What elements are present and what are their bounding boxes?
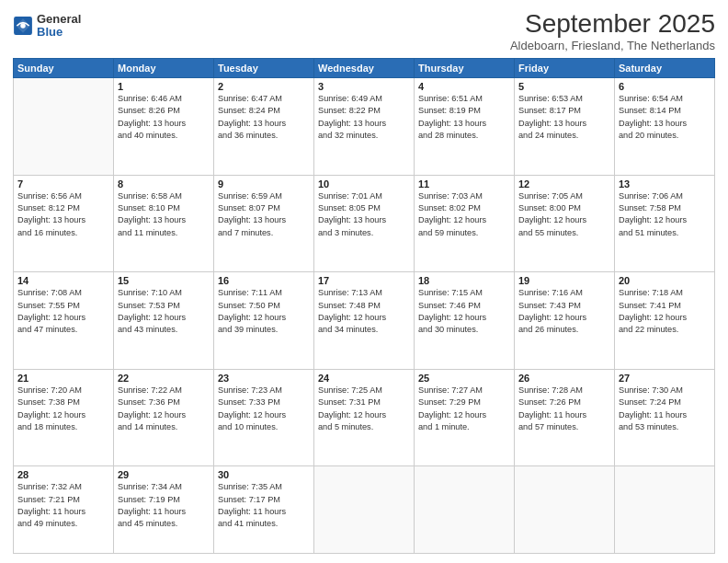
day-info-line: Sunrise: 7:22 AM	[118, 385, 210, 396]
table-row: 12Sunrise: 7:05 AMSunset: 8:00 PMDayligh…	[515, 175, 615, 272]
table-row: 10Sunrise: 7:01 AMSunset: 8:05 PMDayligh…	[314, 175, 415, 272]
day-info-line: Sunset: 7:31 PM	[318, 396, 410, 408]
day-info-line: Sunrise: 6:47 AM	[218, 93, 310, 105]
day-info-line: and 26 minutes.	[518, 324, 610, 336]
day-info-line: Sunset: 8:00 PM	[518, 202, 610, 214]
day-info-line: Sunrise: 7:23 AM	[218, 385, 310, 396]
day-number: 5	[518, 81, 610, 92]
day-info-line: Sunrise: 7:06 AM	[619, 190, 711, 202]
day-info-line: and 11 minutes.	[118, 227, 210, 239]
day-info: Sunrise: 7:32 AMSunset: 7:21 PMDaylight:…	[17, 481, 109, 530]
day-info-line: Sunrise: 7:18 AM	[619, 287, 711, 299]
day-info-line: and 18 minutes.	[17, 421, 109, 433]
day-info: Sunrise: 7:13 AMSunset: 7:48 PMDaylight:…	[318, 287, 410, 336]
table-row: 7Sunrise: 6:56 AMSunset: 8:12 PMDaylight…	[14, 175, 114, 272]
day-number: 13	[619, 178, 711, 190]
day-info-line: and 41 minutes.	[218, 518, 310, 530]
col-thursday: Thursday	[415, 59, 515, 78]
day-info-line: Sunrise: 7:30 AM	[619, 385, 711, 396]
day-info-line: Sunrise: 7:27 AM	[418, 385, 510, 396]
day-number: 3	[318, 81, 410, 92]
day-number: 7	[17, 178, 109, 190]
day-info-line: and 47 minutes.	[17, 324, 109, 336]
day-info-line: Daylight: 13 hours	[218, 214, 310, 226]
day-info-line: Sunrise: 6:46 AM	[118, 93, 210, 105]
day-info-line: Sunset: 8:19 PM	[418, 105, 510, 117]
day-info-line: and 45 minutes.	[118, 518, 210, 530]
day-info-line: Sunset: 7:41 PM	[619, 300, 711, 312]
table-row: 16Sunrise: 7:11 AMSunset: 7:50 PMDayligh…	[214, 272, 314, 370]
col-tuesday: Tuesday	[214, 59, 314, 78]
day-info: Sunrise: 6:47 AMSunset: 8:24 PMDaylight:…	[218, 93, 310, 142]
day-info-line: Sunrise: 7:13 AM	[318, 287, 410, 299]
day-info-line: and 28 minutes.	[418, 130, 510, 142]
day-info-line: Sunrise: 7:11 AM	[218, 287, 310, 299]
day-info: Sunrise: 6:58 AMSunset: 8:10 PMDaylight:…	[118, 190, 210, 239]
day-number: 25	[418, 373, 510, 384]
table-row: 5Sunrise: 6:53 AMSunset: 8:17 PMDaylight…	[515, 78, 615, 176]
day-info-line: Daylight: 12 hours	[118, 312, 210, 324]
day-info-line: Daylight: 11 hours	[518, 409, 610, 421]
day-info-line: Sunset: 8:02 PM	[418, 202, 510, 214]
day-info-line: Daylight: 13 hours	[118, 118, 210, 130]
col-wednesday: Wednesday	[314, 59, 415, 78]
day-info-line: and 22 minutes.	[619, 324, 711, 336]
day-info-line: Daylight: 12 hours	[619, 214, 711, 226]
logo-general: General	[37, 13, 81, 26]
day-info-line: Sunset: 7:58 PM	[619, 202, 711, 214]
day-info: Sunrise: 7:25 AMSunset: 7:31 PMDaylight:…	[318, 385, 410, 433]
day-number: 11	[418, 178, 510, 190]
day-info-line: and 34 minutes.	[318, 324, 410, 336]
day-info: Sunrise: 7:11 AMSunset: 7:50 PMDaylight:…	[218, 287, 310, 336]
table-row: 28Sunrise: 7:32 AMSunset: 7:21 PMDayligh…	[14, 466, 114, 554]
day-info: Sunrise: 7:23 AMSunset: 7:33 PMDaylight:…	[218, 385, 310, 433]
day-info-line: Sunrise: 7:05 AM	[518, 190, 610, 202]
day-info: Sunrise: 7:35 AMSunset: 7:17 PMDaylight:…	[218, 481, 310, 530]
day-info-line: and 20 minutes.	[619, 130, 711, 142]
day-info-line: and 36 minutes.	[218, 130, 310, 142]
day-info: Sunrise: 7:27 AMSunset: 7:29 PMDaylight:…	[418, 385, 510, 433]
day-number: 2	[218, 81, 310, 92]
table-row	[14, 78, 114, 176]
day-info-line: Sunrise: 7:28 AM	[518, 385, 610, 396]
day-info: Sunrise: 7:20 AMSunset: 7:38 PMDaylight:…	[17, 385, 109, 433]
calendar-header-row: Sunday Monday Tuesday Wednesday Thursday…	[14, 59, 715, 78]
day-info-line: Sunset: 7:29 PM	[418, 396, 510, 408]
day-number: 27	[619, 373, 711, 384]
location: Aldeboarn, Friesland, The Netherlands	[510, 39, 715, 52]
title-block: September 2025 Aldeboarn, Friesland, The…	[510, 9, 715, 52]
logo-text: General Blue	[37, 13, 81, 40]
day-info-line: Sunset: 8:17 PM	[518, 105, 610, 117]
day-info-line: Daylight: 12 hours	[418, 312, 510, 324]
day-info-line: Sunset: 7:50 PM	[218, 300, 310, 312]
calendar-week-row: 1Sunrise: 6:46 AMSunset: 8:26 PMDaylight…	[14, 78, 715, 176]
day-info-line: Sunrise: 7:16 AM	[518, 287, 610, 299]
day-info: Sunrise: 6:53 AMSunset: 8:17 PMDaylight:…	[518, 93, 610, 142]
day-number: 20	[619, 275, 711, 286]
day-info-line: Daylight: 12 hours	[418, 409, 510, 421]
day-info: Sunrise: 7:01 AMSunset: 8:05 PMDaylight:…	[318, 190, 410, 239]
day-info-line: and 16 minutes.	[17, 227, 109, 239]
day-info-line: and 7 minutes.	[218, 227, 310, 239]
day-info: Sunrise: 6:59 AMSunset: 8:07 PMDaylight:…	[218, 190, 310, 239]
day-info-line: Sunrise: 7:08 AM	[17, 287, 109, 299]
day-info-line: Daylight: 11 hours	[17, 506, 109, 518]
day-info-line: and 59 minutes.	[418, 227, 510, 239]
table-row: 22Sunrise: 7:22 AMSunset: 7:36 PMDayligh…	[114, 369, 214, 466]
day-info-line: Sunset: 7:33 PM	[218, 396, 310, 408]
day-info-line: Daylight: 13 hours	[17, 214, 109, 226]
table-row: 20Sunrise: 7:18 AMSunset: 7:41 PMDayligh…	[615, 272, 715, 370]
table-row: 13Sunrise: 7:06 AMSunset: 7:58 PMDayligh…	[615, 175, 715, 272]
day-info: Sunrise: 7:30 AMSunset: 7:24 PMDaylight:…	[619, 385, 711, 433]
header: General Blue September 2025 Aldeboarn, F…	[13, 9, 715, 52]
table-row	[615, 466, 715, 554]
day-info: Sunrise: 7:06 AMSunset: 7:58 PMDaylight:…	[619, 190, 711, 239]
day-info: Sunrise: 7:08 AMSunset: 7:55 PMDaylight:…	[17, 287, 109, 336]
calendar-week-row: 21Sunrise: 7:20 AMSunset: 7:38 PMDayligh…	[14, 369, 715, 466]
col-sunday: Sunday	[14, 59, 114, 78]
day-number: 4	[418, 81, 510, 92]
day-number: 12	[518, 178, 610, 190]
day-info-line: and 10 minutes.	[218, 421, 310, 433]
day-number: 30	[218, 469, 310, 480]
day-info-line: Sunset: 7:55 PM	[17, 300, 109, 312]
